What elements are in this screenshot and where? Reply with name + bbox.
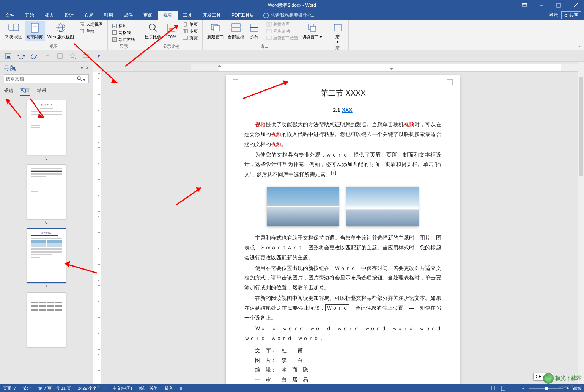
- tab-pdf[interactable]: PDF工具集: [226, 11, 260, 20]
- new-window-button[interactable]: 新建窗口: [206, 21, 225, 40]
- tab-references[interactable]: 引用: [99, 11, 118, 20]
- svg-rect-19: [80, 29, 84, 33]
- doc-image-1[interactable]: [267, 187, 339, 226]
- svg-marker-44: [36, 55, 37, 57]
- print-layout-button[interactable]: 页面视图: [25, 21, 45, 41]
- horizontal-ruler[interactable]: [101, 64, 584, 72]
- tab-mailings[interactable]: 邮件: [118, 11, 138, 20]
- page-thumb-6[interactable]: 6: [27, 164, 66, 224]
- qat-customize-button[interactable]: ▾: [95, 52, 102, 60]
- qat-button-3[interactable]: [69, 52, 77, 60]
- read-mode-view-button[interactable]: [488, 386, 496, 391]
- draft-view-button[interactable]: 草稿: [78, 28, 104, 34]
- status-section[interactable]: 节: 4: [23, 386, 31, 391]
- tell-me-box[interactable]: 告诉我您想要做什么...: [263, 11, 316, 20]
- page-thumb-8[interactable]: [27, 292, 66, 347]
- status-word-count[interactable]: 2429 个字: [78, 386, 97, 391]
- tab-insert[interactable]: 插入: [39, 11, 59, 20]
- switch-windows-button[interactable]: 切换窗口 ▾: [301, 21, 324, 40]
- ruler-checkbox[interactable]: ✓标尺: [111, 22, 137, 29]
- nav-tab-headings[interactable]: 标题: [4, 87, 13, 96]
- svg-rect-36: [267, 29, 271, 33]
- document-scroll-area[interactable]: 第二节 XXXX 2.1 XXX 视频提供了功能强大的方法帮助您证明您的观点。当…: [101, 72, 584, 384]
- print-layout-view-button[interactable]: [499, 386, 507, 391]
- svg-line-50: [80, 79, 82, 81]
- maximize-button[interactable]: [550, 0, 567, 11]
- navigation-pane: 导航 ▾ ✕ ▾ 标题 页面 结果 第一节 XXXX 5 6 第二节 XXX 7: [0, 62, 93, 384]
- page-thumb-7[interactable]: 第二节 XXX 7: [27, 228, 66, 289]
- title-bar-text: Word教程2.docx - Word: [268, 2, 316, 9]
- vertical-ruler[interactable]: [93, 62, 101, 384]
- svg-rect-45: [58, 54, 62, 58]
- share-button[interactable]: 共享: [561, 11, 581, 19]
- tab-developer[interactable]: 开发工具: [197, 11, 226, 20]
- body-paragraph: 主题和样式也有助于文档保持协调。当您单击设计并选择新的主题时，图片、图表或 Ｓｍ…: [244, 233, 441, 263]
- svg-point-49: [77, 77, 80, 80]
- ribbon-options-button[interactable]: [516, 0, 533, 11]
- outline-view-button[interactable]: 大纲视图: [78, 21, 104, 28]
- collapse-ribbon-button[interactable]: ⌃: [579, 45, 582, 49]
- tab-file[interactable]: 文件: [0, 11, 20, 20]
- web-layout-view-button[interactable]: [511, 386, 518, 391]
- doc-image-2[interactable]: [346, 187, 419, 226]
- macros-button[interactable]: 宏▾: [330, 21, 345, 45]
- page-width-button[interactable]: 页宽: [181, 34, 199, 41]
- zoom-out-button[interactable]: −: [522, 386, 524, 390]
- body-paragraph: Ｗｏｒｄ ｗｏｒｄ ｗｏｒｄ ｗｏｒｄ ｗｏｒｄ ｗｏｒｄ ｗｏｒｄ ｗｏｒｄ …: [244, 324, 441, 343]
- navpane-dropdown[interactable]: ▾: [81, 66, 83, 71]
- nav-search-box[interactable]: ▾: [4, 74, 89, 83]
- one-page-button[interactable]: 单页: [181, 21, 199, 28]
- svg-rect-24: [184, 22, 186, 26]
- document-page[interactable]: 第二节 XXXX 2.1 XXX 视频提供了功能强大的方法帮助您证明您的观点。当…: [226, 75, 460, 384]
- redo-button[interactable]: [30, 52, 38, 60]
- minimize-button[interactable]: [533, 0, 550, 11]
- tab-tools[interactable]: 工具: [178, 11, 197, 20]
- tab-design[interactable]: 设计: [59, 11, 79, 20]
- login-link[interactable]: 登录: [549, 12, 558, 19]
- qat-button-1[interactable]: ▭: [43, 52, 51, 60]
- qat-button-4[interactable]: [82, 52, 90, 60]
- zoom-slider[interactable]: [529, 388, 563, 389]
- close-button[interactable]: [567, 0, 584, 11]
- multi-page-button[interactable]: 多页: [181, 28, 199, 34]
- svg-line-21: [154, 29, 157, 31]
- navpane-checkbox[interactable]: ✓导航窗格: [111, 36, 137, 43]
- svg-rect-1: [522, 3, 527, 4]
- qat-button-2[interactable]: [56, 52, 64, 60]
- tab-review[interactable]: 审阅: [138, 11, 158, 20]
- svg-rect-54: [512, 386, 517, 390]
- status-page[interactable]: 页面: 7: [3, 386, 16, 391]
- search-icon[interactable]: ▾: [75, 76, 87, 82]
- status-track-changes[interactable]: 修订: 关闭: [139, 386, 158, 391]
- group-show-label: 显示: [120, 44, 128, 50]
- navpane-close-button[interactable]: ✕: [85, 66, 89, 71]
- arrange-all-button[interactable]: 全部重排: [226, 21, 246, 40]
- read-mode-button[interactable]: 阅读 视图: [3, 21, 24, 40]
- status-language[interactable]: 中文(中国): [113, 386, 132, 391]
- zoom-button[interactable]: 显示比例: [143, 21, 163, 40]
- zoom-100-button[interactable]: 100%: [164, 21, 179, 40]
- gridlines-checkbox[interactable]: 网格线: [111, 29, 137, 36]
- tab-home[interactable]: 开始: [20, 11, 39, 20]
- undo-button[interactable]: ▾: [17, 52, 25, 60]
- body-paragraph: 为使您的文档具有专业外观，ｗｏｒｄ 提供了页眉、页脚、封面和文本框设计，这些设计…: [244, 150, 441, 180]
- save-button[interactable]: [5, 52, 12, 60]
- subsection-title: 2.1 XXX: [244, 105, 441, 115]
- vertical-scrollbar[interactable]: [578, 62, 584, 384]
- status-page-of[interactable]: 第 7 页，共 11 页: [38, 386, 71, 391]
- split-button[interactable]: 拆分: [247, 21, 262, 40]
- tab-view[interactable]: 视图: [158, 11, 178, 20]
- navpane-title: 导航: [4, 64, 16, 72]
- nav-tab-results[interactable]: 结果: [37, 87, 46, 96]
- ribbon-tabs: 文件 开始 插入 设计 布局 引用 邮件 审阅 视图 工具 开发工具 PDF工具…: [0, 11, 584, 20]
- svg-rect-3: [557, 3, 560, 7]
- nav-search-input[interactable]: [6, 76, 75, 82]
- page-thumb-5[interactable]: 第一节 XXXX 5: [27, 100, 66, 160]
- svg-rect-23: [170, 28, 172, 31]
- svg-rect-29: [214, 26, 220, 31]
- nav-tab-pages[interactable]: 页面: [20, 87, 30, 96]
- tab-layout[interactable]: 布局: [79, 11, 99, 20]
- watermark: 极光下载站 www.xz7.com: [543, 373, 582, 384]
- web-layout-button[interactable]: Web 版式视图: [46, 21, 75, 40]
- status-insert-mode[interactable]: 插入: [165, 386, 173, 391]
